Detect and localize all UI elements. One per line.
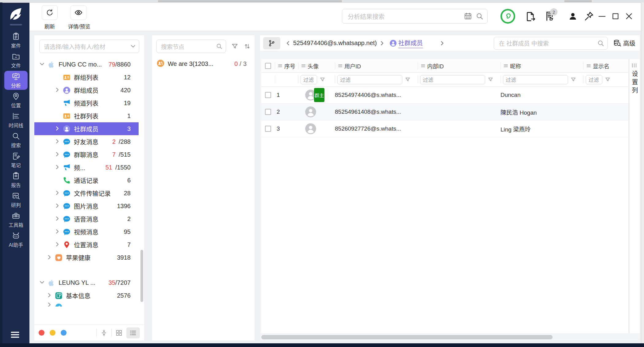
sidebar-item-files[interactable]: 文件 [4,51,28,70]
filter-input-昵称[interactable]: 过滤 [503,75,568,84]
filter-funnel-icon[interactable] [405,77,410,82]
tree-item-好友消息[interactable]: 好友消息2/288 [34,135,139,148]
chevron-down-icon[interactable] [39,61,45,67]
filter-input-头像[interactable]: 过滤 [301,75,317,84]
sidebar-item-judge[interactable]: 研判 [4,190,28,209]
red-filter-dot[interactable] [39,330,44,336]
tree-item-LEUNG YL ...[interactable]: LEUNG YL ...35/7207 [34,276,139,289]
tree-scrollbar-thumb[interactable] [140,250,143,302]
preview-button[interactable] [71,5,86,20]
search-icon[interactable] [476,12,484,20]
chevron-right-icon[interactable] [55,126,61,132]
tree-item-社群成员[interactable]: 社群成员3 [34,122,139,135]
tree-item-基本信息[interactable]: 基本信息2576 [34,289,139,302]
yellow-filter-dot[interactable] [50,330,56,336]
tree-item-通话记录[interactable]: 通话记录6 [34,174,139,187]
chevron-right-icon[interactable] [55,151,61,158]
column-header-用户ID[interactable]: 用户ID [335,59,418,72]
table-row[interactable]: 385260927726@s.whats...Ling 梁燕玲 [261,120,628,137]
column-menu-icon[interactable] [586,63,591,68]
filter-input-内部ID[interactable]: 过滤 [420,75,485,84]
sort-icon[interactable] [244,43,250,50]
chevron-right-icon[interactable] [47,292,53,299]
sidebar-item-timeline[interactable]: 时间线 [4,111,28,130]
menu-icon[interactable] [10,331,22,339]
tree-item-FUNG CC mo...[interactable]: FUNG CC mo...79/8860 [34,58,139,71]
sidebar-item-location[interactable]: 位置 [4,91,28,110]
sidebar-item-toolbox[interactable]: 工具箱 [4,210,28,229]
minimize-button[interactable] [597,11,607,22]
column-header-显示名[interactable]: 显示名 [583,59,629,72]
row-checkbox[interactable] [265,92,271,98]
tree-item-苹果健康[interactable]: 苹果健康3918 [34,251,139,264]
branch-view-button[interactable] [263,37,280,49]
list-view-button[interactable] [126,327,140,338]
tree-item-文件传输记录[interactable]: 文件传输记录28 [34,187,139,200]
filter-input-显示名[interactable]: 过滤 [586,75,602,84]
calendar-icon[interactable] [464,12,472,20]
report-tasks-icon[interactable]: 2 [543,11,554,22]
blue-filter-dot[interactable] [61,330,67,336]
chevron-right-icon[interactable] [55,164,61,170]
tree-item-位置消息[interactable]: 位置消息7 [34,238,139,251]
user-icon[interactable] [568,11,578,21]
sidebar-item-case[interactable]: 案件 [4,31,28,50]
column-header-序号[interactable]: 序号 [275,59,298,72]
filter-funnel-icon[interactable] [488,77,493,82]
tree-item-群聊消息[interactable]: 群聊消息7/515 [34,148,139,161]
grid-view-icon[interactable] [115,329,123,337]
chevron-down-icon[interactable] [39,280,45,286]
column-header-头像[interactable]: 头像 [298,59,335,72]
tree-item-群组列表[interactable]: 群组列表12 [34,71,139,84]
refresh-button[interactable] [42,5,58,20]
sidebar-item-search[interactable]: 搜索 [4,131,28,150]
column-menu-icon[interactable] [421,63,425,68]
node-search-input[interactable]: 搜索节点 [156,40,226,53]
global-search-input[interactable]: 分析结果搜索 [342,9,488,24]
column-menu-icon[interactable] [504,63,508,68]
select-all-checkbox[interactable] [265,63,271,69]
export-file-icon[interactable] [525,11,536,22]
breadcrumb-node[interactable]: 5254974406@s.whatsapp.net) [293,40,377,47]
holder-select-dropdown[interactable]: 请选择/输入持有人/检材 [39,40,139,53]
chevron-right-icon[interactable] [47,254,53,261]
table-row[interactable]: 1群主85254974406@s.whats...Duncan [261,87,628,104]
column-menu-icon[interactable] [338,63,343,68]
collapse-all-icon[interactable] [100,329,108,337]
filter-funnel-icon[interactable] [320,77,325,82]
filter-funnel-icon[interactable] [605,77,610,82]
column-header-昵称[interactable]: 昵称 [500,59,583,72]
horizontal-scrollbar-thumb[interactable] [261,335,553,339]
chevron-right-icon[interactable] [55,229,61,235]
chevron-right-icon[interactable] [47,302,53,307]
tree-item-频...[interactable]: 频...51/1550 [34,161,139,174]
breadcrumb-back-chevron[interactable] [285,40,291,46]
table-row[interactable]: 285254961408@s.whats...陳民浩 Hogan [261,104,628,120]
table-search-input[interactable]: 在 社群成员 中搜索 [494,37,608,50]
tree-item[interactable] [34,302,139,307]
tree-item-视频消息[interactable]: 视频消息95 [34,225,139,238]
sidebar-item-ai[interactable]: AI助手 [4,230,28,249]
pin-icon[interactable] [583,11,594,22]
column-settings-tab[interactable]: 设置列 [629,59,640,333]
chevron-right-icon[interactable] [55,242,61,248]
row-checkbox[interactable] [265,109,271,115]
tree-item-社群列表[interactable]: 社群列表1 [34,109,139,122]
sidebar-item-analysis[interactable]: 分析 [4,71,28,90]
chevron-right-icon[interactable] [55,203,61,209]
notification-status-icon[interactable] [500,8,516,24]
advanced-search-button[interactable]: 高级 [613,39,635,48]
maximize-button[interactable] [611,11,620,22]
sidebar-item-notes[interactable]: 笔记 [4,151,28,170]
filter-funnel-icon[interactable] [232,43,238,50]
tree-item-图片消息[interactable]: 图片消息1396 [34,200,139,212]
chevron-right-icon[interactable] [55,190,61,196]
sidebar-item-report[interactable]: 报告 [4,170,28,189]
row-checkbox[interactable] [265,126,271,132]
column-menu-icon[interactable] [278,63,282,68]
chevron-right-icon[interactable] [55,216,61,222]
chevron-right-icon[interactable] [55,139,61,145]
close-button[interactable] [624,11,634,22]
breadcrumb-forward-chevron[interactable] [439,40,445,46]
filter-input-用户ID[interactable]: 过滤 [337,75,402,84]
